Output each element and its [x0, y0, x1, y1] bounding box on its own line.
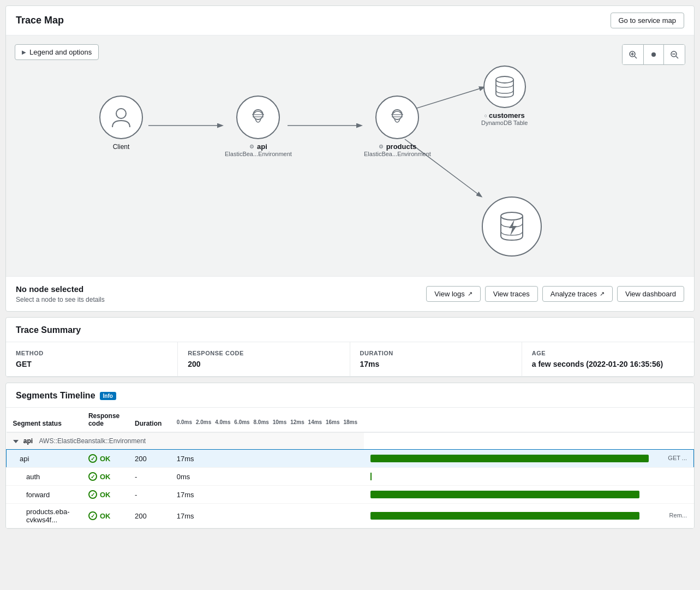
timeline-body: api AWS::ElasticBeanstalk::Environment a…: [7, 432, 694, 528]
trace-summary-grid: Method GET Response Code 200 Duration 17…: [6, 342, 694, 377]
th-timeline: 0.0ms 2.0ms 4.0ms 6.0ms 8.0ms 10ms 12ms …: [170, 408, 364, 432]
row-api-duration: 17ms: [170, 450, 364, 468]
view-logs-button[interactable]: View logs ↗: [426, 286, 480, 302]
view-logs-external-icon: ↗: [468, 290, 472, 297]
row-auth-code: -: [128, 468, 170, 486]
zoom-out-icon: [670, 50, 679, 59]
products-bar-container: Rem...: [370, 511, 687, 521]
customers-node[interactable]: ○ customers DynamoDB Table: [481, 65, 528, 126]
group-type: AWS::ElasticBeanstalk::Environment: [39, 437, 146, 445]
svg-point-13: [116, 109, 126, 118]
row-products-name: products.eba-cvkws4f...: [7, 504, 82, 528]
no-node-title: No node selected: [16, 284, 105, 294]
status-ok-products: ✓ OK: [88, 511, 122, 520]
segments-title: Segments Timeline: [16, 391, 95, 401]
row-auth-duration: 0ms: [170, 468, 364, 486]
zoom-out-button[interactable]: [664, 45, 685, 64]
dynamo-lightning-node[interactable]: [482, 196, 542, 257]
customers-circle-icon: ○: [484, 113, 487, 118]
dynamo-lightning-circle: [482, 196, 542, 257]
trace-map-header: Trace Map Go to service map: [6, 6, 694, 35]
go-service-map-button[interactable]: Go to service map: [611, 13, 685, 28]
zoom-in-icon: [629, 50, 637, 59]
api-node[interactable]: ⚙ api ElasticBea...Environment: [225, 96, 292, 157]
duration-cell: Duration 17ms: [350, 342, 522, 376]
th-response-code: Response code: [82, 408, 128, 432]
trace-summary-panel: Trace Summary Method GET Response Code 2…: [5, 317, 695, 377]
client-node-circle: [99, 96, 143, 139]
products-eb-icon: [387, 107, 408, 128]
products-node[interactable]: ⚙ products ElasticBea...Environment: [364, 96, 431, 157]
response-code-cell: Response Code 200: [178, 342, 350, 376]
zoom-controls: [622, 44, 685, 65]
trace-map-canvas: ▶ Legend and options: [6, 35, 694, 276]
table-row[interactable]: auth ✓ OK - 0ms: [7, 468, 694, 486]
table-row[interactable]: forward ✓ OK - 17ms: [7, 486, 694, 504]
api-route-label: GET ...: [668, 455, 687, 461]
ok-icon-api: ✓: [88, 454, 97, 463]
group-expand-icon: [13, 440, 19, 443]
table-row[interactable]: products.eba-cvkws4f... ✓ OK 200 17ms Re…: [7, 504, 694, 528]
zoom-center-dot: [643, 45, 664, 64]
svg-point-17: [501, 212, 523, 220]
view-traces-button[interactable]: View traces: [485, 286, 538, 302]
row-forward-status: ✓ OK: [82, 486, 128, 504]
trace-map-title: Trace Map: [16, 15, 64, 26]
group-row: api AWS::ElasticBeanstalk::Environment: [7, 432, 694, 450]
segments-header: Segments Timeline Info: [6, 383, 694, 408]
zoom-in-button[interactable]: [623, 45, 643, 64]
dot-icon: [651, 52, 656, 57]
auth-bar: [370, 473, 372, 480]
legend-options-button[interactable]: ▶ Legend and options: [15, 44, 99, 60]
row-auth-name: auth: [7, 468, 82, 486]
service-map: Client ⚙ api: [15, 65, 685, 267]
dynamodb-lightning-icon: [497, 211, 527, 242]
api-eb-icon: [248, 107, 268, 128]
person-icon: [111, 106, 131, 128]
method-cell: Method GET: [6, 342, 178, 376]
timeline-ticks: 0.0ms 2.0ms 4.0ms 6.0ms 8.0ms 10ms 12ms …: [177, 419, 357, 427]
svg-line-3: [635, 56, 637, 58]
action-buttons-group: View logs ↗ View traces Analyze traces ↗…: [426, 286, 684, 302]
duration-value: 17ms: [360, 360, 512, 368]
row-api-status: ✓ OK: [82, 450, 128, 468]
method-label: Method: [16, 350, 167, 356]
client-label: Client: [113, 142, 130, 152]
analyze-traces-button[interactable]: Analyze traces ↗: [542, 286, 613, 302]
products-bar: [370, 512, 639, 520]
products-name: products: [386, 142, 417, 151]
status-ok-auth: ✓ OK: [88, 472, 122, 481]
row-products-code: 200: [128, 504, 170, 528]
row-products-status: ✓ OK: [82, 504, 128, 528]
products-setting-icon: ⚙: [379, 144, 384, 150]
api-bar: [370, 455, 649, 462]
dynamodb-icon: [494, 75, 516, 98]
products-sublabel: ElasticBea...Environment: [364, 151, 431, 157]
row-forward-name: forward: [7, 486, 82, 504]
api-sublabel: ElasticBea...Environment: [225, 151, 292, 157]
trace-summary-title: Trace Summary: [6, 318, 694, 342]
row-api-code: 200: [128, 450, 170, 468]
trace-map-panel: Trace Map Go to service map ▶ Legend and…: [5, 5, 695, 312]
timeline-header: Segment status Response code Duration 0.…: [7, 408, 694, 432]
ok-icon-auth: ✓: [88, 472, 97, 481]
row-auth-status: ✓ OK: [82, 468, 128, 486]
age-value: a few seconds (2022-01-20 16:35:56): [532, 360, 684, 368]
table-row[interactable]: api ✓ OK 200 17ms GET ...: [7, 450, 694, 468]
legend-triangle-icon: ▶: [22, 49, 26, 55]
th-duration: Duration: [128, 408, 170, 432]
client-node[interactable]: Client: [99, 96, 143, 152]
info-badge[interactable]: Info: [100, 392, 116, 400]
node-status: No node selected Select a node to see it…: [16, 284, 105, 303]
row-forward-code: -: [128, 486, 170, 504]
svg-point-4: [651, 52, 656, 57]
row-api-name: api: [7, 450, 82, 468]
auth-bar-container: [370, 472, 687, 481]
no-node-sub: Select a node to see its details: [16, 296, 105, 303]
api-node-circle: [236, 96, 280, 139]
view-dashboard-button[interactable]: View dashboard: [617, 286, 684, 302]
response-code-label: Response Code: [188, 350, 339, 356]
row-products-duration: 17ms: [170, 504, 364, 528]
api-setting-icon: ⚙: [249, 144, 254, 150]
th-segment: Segment status: [7, 408, 82, 432]
